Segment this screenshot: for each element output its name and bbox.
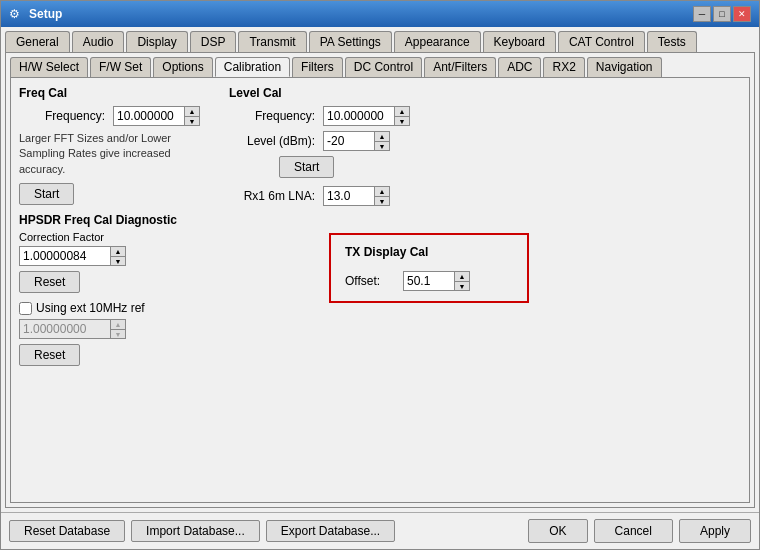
level-cal-level-spin-up[interactable]: ▲ (375, 132, 389, 141)
freq-cal-start-button[interactable]: Start (19, 183, 74, 205)
level-cal-level-input[interactable] (324, 132, 374, 150)
ext-ref-row: Using ext 10MHz ref (19, 301, 219, 315)
level-cal-level-spinbox-btns: ▲ ▼ (374, 132, 389, 150)
tx-offset-spin-up[interactable]: ▲ (455, 272, 469, 281)
ok-button[interactable]: OK (528, 519, 587, 543)
rx1-label: Rx1 6m LNA: (229, 189, 319, 203)
window-controls: ─ □ ✕ (693, 6, 751, 22)
cal-content: Freq Cal Frequency: ▲ ▼ Larger (19, 86, 741, 494)
ext-ref-reset-button[interactable]: Reset (19, 344, 80, 366)
sub-tab-row: H/W Select F/W Set Options Calibration F… (10, 57, 750, 77)
bottom-right-buttons: OK Cancel Apply (528, 519, 751, 543)
window-title: Setup (29, 7, 62, 21)
tx-offset-input[interactable] (404, 272, 454, 290)
export-database-button[interactable]: Export Database... (266, 520, 395, 542)
hpsdr-corr-spin-up[interactable]: ▲ (111, 247, 125, 256)
hpsdr-corr-spin-down[interactable]: ▼ (111, 256, 125, 265)
freq-cal-info-text: Larger FFT Sizes and/or Lower Sampling R… (19, 131, 219, 177)
rx1-row: Rx1 6m LNA: ▲ ▼ (229, 186, 741, 206)
ext-ref-input[interactable] (20, 320, 110, 338)
level-cal-start-button[interactable]: Start (279, 156, 334, 178)
hpsdr-reset-button[interactable]: Reset (19, 271, 80, 293)
sub-tab-ant-filters[interactable]: Ant/Filters (424, 57, 496, 77)
tx-offset-row: Offset: ▲ ▼ (345, 271, 513, 291)
sub-tab-calibration[interactable]: Calibration (215, 57, 290, 77)
sub-tab-fw-set[interactable]: F/W Set (90, 57, 151, 77)
level-cal-level-row: Level (dBm): ▲ ▼ (229, 131, 741, 151)
reset-database-button[interactable]: Reset Database (9, 520, 125, 542)
sub-tab-hw-select[interactable]: H/W Select (10, 57, 88, 77)
sub-tab-navigation[interactable]: Navigation (587, 57, 662, 77)
level-cal-freq-label: Frequency: (229, 109, 319, 123)
tab-audio[interactable]: Audio (72, 31, 125, 52)
ext-ref-spin-down[interactable]: ▼ (111, 329, 125, 338)
tab-dsp[interactable]: DSP (190, 31, 237, 52)
tab-pa-settings[interactable]: PA Settings (309, 31, 392, 52)
sub-tab-dc-control[interactable]: DC Control (345, 57, 422, 77)
hpsdr-corr-spinbox: ▲ ▼ (19, 246, 126, 266)
level-cal-freq-spin-up[interactable]: ▲ (395, 107, 409, 116)
tx-offset-spin-down[interactable]: ▼ (455, 281, 469, 290)
rx1-spinbox-btns: ▲ ▼ (374, 187, 389, 205)
tab-cat-control[interactable]: CAT Control (558, 31, 645, 52)
rx1-spin-up[interactable]: ▲ (375, 187, 389, 196)
left-column: Freq Cal Frequency: ▲ ▼ Larger (19, 86, 219, 494)
level-cal-section: Level Cal Frequency: ▲ ▼ (229, 86, 741, 211)
bottom-bar: Reset Database Import Database... Export… (1, 512, 759, 549)
ext-ref-value-row: ▲ ▼ (19, 319, 219, 339)
freq-cal-frequency-row: Frequency: ▲ ▼ (19, 106, 219, 126)
top-tab-panel: H/W Select F/W Set Options Calibration F… (5, 52, 755, 508)
tab-appearance[interactable]: Appearance (394, 31, 481, 52)
ext-ref-spinbox-btns: ▲ ▼ (110, 320, 125, 338)
apply-button[interactable]: Apply (679, 519, 751, 543)
hpsdr-title: HPSDR Freq Cal Diagnostic (19, 213, 219, 227)
rx1-spin-down[interactable]: ▼ (375, 196, 389, 205)
freq-cal-frequency-spin-down[interactable]: ▼ (185, 116, 199, 125)
hpsdr-corr-input[interactable] (20, 247, 110, 265)
minimize-button[interactable]: ─ (693, 6, 711, 22)
ext-ref-spinbox: ▲ ▼ (19, 319, 126, 339)
level-cal-level-spin-down[interactable]: ▼ (375, 141, 389, 150)
tx-display-cal-title: TX Display Cal (345, 245, 513, 259)
cancel-button[interactable]: Cancel (594, 519, 673, 543)
tab-general[interactable]: General (5, 31, 70, 52)
tab-transmit[interactable]: Transmit (238, 31, 306, 52)
right-column: Level Cal Frequency: ▲ ▼ (229, 86, 741, 494)
level-cal-title: Level Cal (229, 86, 741, 100)
level-cal-freq-row: Frequency: ▲ ▼ (229, 106, 741, 126)
hpsdr-corr-spinbox-btns: ▲ ▼ (110, 247, 125, 265)
ext-ref-checkbox[interactable] (19, 302, 32, 315)
sub-tab-options[interactable]: Options (153, 57, 212, 77)
tab-display[interactable]: Display (126, 31, 187, 52)
level-cal-freq-input[interactable] (324, 107, 394, 125)
sub-tab-rx2[interactable]: RX2 (543, 57, 584, 77)
tx-offset-spinbox: ▲ ▼ (403, 271, 470, 291)
import-database-button[interactable]: Import Database... (131, 520, 260, 542)
freq-cal-title: Freq Cal (19, 86, 219, 100)
level-cal-level-spinbox: ▲ ▼ (323, 131, 390, 151)
rx1-input[interactable] (324, 187, 374, 205)
calibration-panel: Freq Cal Frequency: ▲ ▼ Larger (10, 77, 750, 503)
level-cal-freq-spinbox-btns: ▲ ▼ (394, 107, 409, 125)
freq-cal-frequency-input[interactable] (114, 107, 184, 125)
ext-ref-spin-up[interactable]: ▲ (111, 320, 125, 329)
sub-tab-filters[interactable]: Filters (292, 57, 343, 77)
bottom-left-buttons: Reset Database Import Database... Export… (9, 520, 395, 542)
tab-keyboard[interactable]: Keyboard (483, 31, 556, 52)
freq-cal-frequency-label: Frequency: (19, 109, 109, 123)
freq-cal-frequency-spinbox: ▲ ▼ (113, 106, 200, 126)
hpsdr-section: HPSDR Freq Cal Diagnostic Correction Fac… (19, 213, 219, 366)
level-cal-freq-spinbox: ▲ ▼ (323, 106, 410, 126)
freq-cal-frequency-spin-up[interactable]: ▲ (185, 107, 199, 116)
close-button[interactable]: ✕ (733, 6, 751, 22)
level-cal-freq-spin-down[interactable]: ▼ (395, 116, 409, 125)
rx1-spinbox: ▲ ▼ (323, 186, 390, 206)
hpsdr-corr-label: Correction Factor (19, 231, 219, 243)
sub-tab-adc[interactable]: ADC (498, 57, 541, 77)
maximize-button[interactable]: □ (713, 6, 731, 22)
main-content: General Audio Display DSP Transmit PA Se… (1, 27, 759, 512)
main-window: ⚙ Setup ─ □ ✕ General Audio Display DSP … (0, 0, 760, 550)
tx-offset-label: Offset: (345, 274, 395, 288)
tab-tests[interactable]: Tests (647, 31, 697, 52)
level-cal-level-label: Level (dBm): (229, 134, 319, 148)
